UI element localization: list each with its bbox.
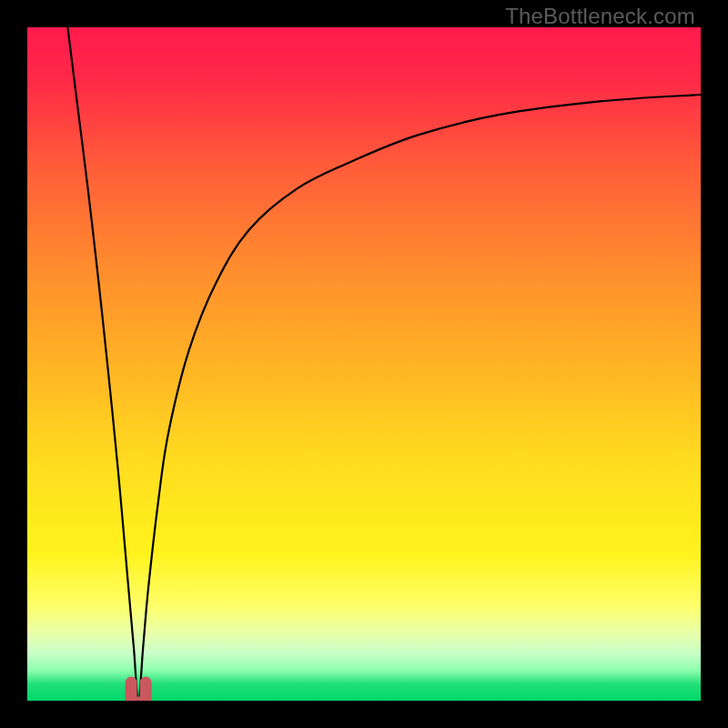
chart-svg (27, 27, 701, 701)
chart-plot-area (27, 27, 701, 701)
gradient-background (27, 27, 701, 701)
chart-outer-frame: TheBottleneck.com (0, 0, 728, 728)
watermark-text: TheBottleneck.com (505, 4, 695, 29)
